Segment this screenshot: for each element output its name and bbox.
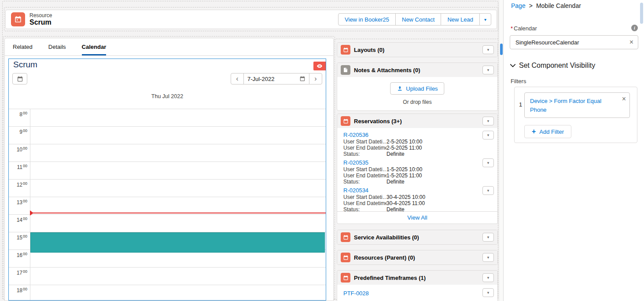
service-availabilities-actions-button[interactable]: ▾ [482, 233, 494, 242]
date-picker-field[interactable]: 7-Jul-2022 [243, 73, 309, 84]
reservation-link[interactable]: R-020534 [343, 187, 368, 194]
properties-sidebar: Page > Mobile Calendar *Calendar i × Set… [503, 0, 644, 301]
builder-canvas: Resource Scrum View in Booker25 New Cont… [0, 0, 503, 301]
canvas-scrollbar-thumb[interactable] [500, 44, 503, 55]
upload-files-label: Upload Files [406, 85, 438, 92]
chevron-down-icon: ▾ [487, 133, 489, 137]
view-all-link[interactable]: View All [407, 214, 427, 221]
calendar-field-wrap: × [510, 35, 638, 49]
calendar-view-button[interactable] [12, 73, 27, 84]
calendar-field-input[interactable] [515, 39, 629, 46]
reservations-icon [341, 116, 350, 126]
timeframe-link[interactable]: PTF-0028 [343, 290, 369, 297]
notes-icon [341, 65, 350, 75]
reservation-link[interactable]: R-020536 [343, 132, 368, 138]
tab-details[interactable]: Details [48, 38, 66, 55]
canvas-scrollbar-track[interactable] [499, 0, 503, 301]
visibility-filter-card[interactable]: Device > Form Factor Equal Phone × [524, 92, 630, 118]
status-value-link[interactable]: Definite [386, 207, 405, 213]
predefined-timeframes-actions-button[interactable]: ▾ [482, 273, 494, 282]
visibility-eye-button[interactable] [313, 62, 326, 70]
calendar-icon [299, 76, 305, 82]
app-window: Resource Scrum View in Booker25 New Cont… [0, 0, 644, 301]
field-label: User Start Dateti…: [343, 195, 386, 200]
notes-actions-button[interactable]: ▾ [482, 66, 494, 74]
record-name: Scrum [29, 18, 52, 26]
field-value: 1-5-2025 11:00 [386, 173, 422, 179]
upload-icon [397, 85, 403, 92]
field-value: 2-5-2025 11:00 [386, 145, 422, 151]
tab-related[interactable]: Related [13, 38, 33, 55]
layouts-card: Layouts (0) ▾ [337, 42, 498, 57]
new-contact-button[interactable]: New Contact [395, 13, 441, 26]
record-header-text: Resource Scrum [29, 12, 52, 26]
field-value: 30-4-2025 10:00 [386, 195, 425, 200]
sidebar-scrollbar-thumb[interactable] [640, 3, 643, 24]
day-grid[interactable]: 800 900 1000 1100 1200 1300 1400 1500 16… [9, 109, 326, 300]
hour-label: 1600 [9, 251, 27, 258]
breadcrumb-page-link[interactable]: Page [511, 2, 526, 9]
date-value: 7-Jul-2022 [247, 76, 274, 82]
previous-day-button[interactable]: ‹ [231, 73, 244, 84]
eye-icon [316, 63, 323, 69]
hour-label: 1100 [9, 163, 27, 170]
field-label: User End Datetime: [343, 173, 386, 179]
timeframe-row-actions-button[interactable]: ▾ [482, 288, 494, 297]
chevron-down-icon: ▾ [487, 255, 489, 260]
reservation-row-actions-button[interactable]: ▾ [482, 131, 494, 139]
next-day-button[interactable]: › [309, 73, 322, 84]
info-icon[interactable]: i [631, 25, 638, 31]
hour-label: 1500 [9, 234, 27, 241]
field-value: 30-4-2025 11:00 [386, 201, 425, 206]
predefined-timeframes-title: Predefined Timeframes (1) [354, 275, 426, 281]
reservation-row-actions-button[interactable]: ▾ [482, 158, 494, 167]
hour-label: 1300 [9, 198, 27, 206]
layouts-actions-button[interactable]: ▾ [482, 45, 494, 54]
chevron-down-icon: ▾ [487, 161, 489, 165]
notes-attachments-card: Notes & Attachments (0) ▾ Upload Files O… [337, 62, 498, 111]
hour-label: 800 [9, 110, 27, 117]
hour-label: 1000 [9, 146, 27, 153]
record-header-card: Resource Scrum View in Booker25 New Cont… [5, 10, 497, 29]
field-label: User Start Dateti…: [343, 167, 386, 173]
set-component-visibility-section[interactable]: Set Component Visibility [510, 62, 595, 70]
layouts-title: Layouts (0) [354, 47, 384, 53]
tab-calendar[interactable]: Calendar [82, 38, 107, 55]
chevron-down-icon: ▾ [484, 17, 486, 22]
reservation-record: R-020534 ▾ User Start Dateti…:30-4-2025 … [337, 184, 497, 211]
field-label: User End Datetime: [343, 145, 386, 151]
view-all-row: View All [337, 211, 497, 223]
chevron-down-icon [510, 62, 516, 69]
required-asterisk: * [511, 25, 513, 32]
record-tab-panel: Related Details Calendar Scrum ‹ 7-Ju [4, 38, 334, 301]
date-navigation: ‹ 7-Jul-2022 › [231, 73, 322, 84]
reservation-row-actions-button[interactable]: ▾ [482, 186, 494, 195]
clear-field-button[interactable]: × [629, 39, 633, 46]
reservation-link[interactable]: R-020535 [343, 159, 368, 166]
chevron-down-icon: ▾ [487, 188, 489, 193]
record-actions: View in Booker25 New Contact New Lead ▾ [338, 13, 491, 26]
remove-filter-button[interactable]: × [622, 95, 626, 103]
view-in-booker25-button[interactable]: View in Booker25 [338, 13, 396, 26]
reservations-actions-button[interactable]: ▾ [482, 117, 494, 125]
day-column-header: Thu Jul 2022 [9, 90, 326, 109]
reservation-record: R-020536 ▾ User Start Dateti…:2-5-2025 1… [337, 128, 497, 156]
tab-bar: Related Details Calendar [5, 38, 333, 56]
calendar-event-block[interactable] [30, 232, 325, 253]
resources-parent-actions-button[interactable]: ▾ [482, 253, 494, 262]
service-availabilities-card: Service Availabilities (0) ▾ [337, 230, 498, 245]
chevron-down-icon: ▾ [487, 290, 489, 295]
breadcrumb-separator: > [529, 2, 533, 9]
more-actions-button[interactable]: ▾ [479, 13, 491, 26]
entity-label: Resource [29, 12, 52, 18]
chevron-right-icon: › [314, 75, 316, 83]
calendar-title: Scrum [13, 60, 37, 70]
hour-label: 1200 [9, 181, 27, 188]
add-filter-button[interactable]: + Add Filter [524, 125, 571, 138]
field-label: User Start Dateti…: [343, 139, 386, 145]
hour-label: 1700 [9, 269, 27, 276]
new-lead-button[interactable]: New Lead [441, 13, 480, 26]
plus-icon: + [532, 128, 536, 135]
chevron-down-icon: ▾ [487, 68, 489, 72]
upload-files-button[interactable]: Upload Files [390, 82, 444, 95]
